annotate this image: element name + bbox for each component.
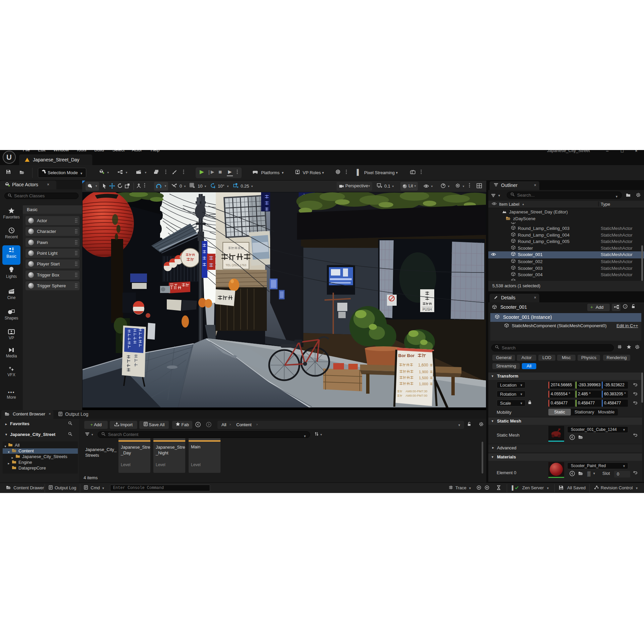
svg-text:PUSH: PUSH [423, 308, 432, 311]
svg-text:1,600: 1,600 [418, 363, 428, 367]
svg-text:1,500: 1,500 [419, 376, 428, 380]
svg-text:AM9:00-PM7:00: AM9:00-PM7:00 [405, 394, 427, 397]
svg-text:1,900: 1,900 [419, 370, 428, 374]
svg-text:1,000: 1,000 [419, 382, 428, 386]
svg-text:?: ? [625, 305, 626, 308]
svg-text:Bor Bor: Bor Bor [398, 353, 414, 358]
svg-text:AM9:00-PM7:30: AM9:00-PM7:30 [405, 390, 427, 393]
svg-text:TEL (252) 1763: TEL (252) 1763 [226, 263, 246, 267]
